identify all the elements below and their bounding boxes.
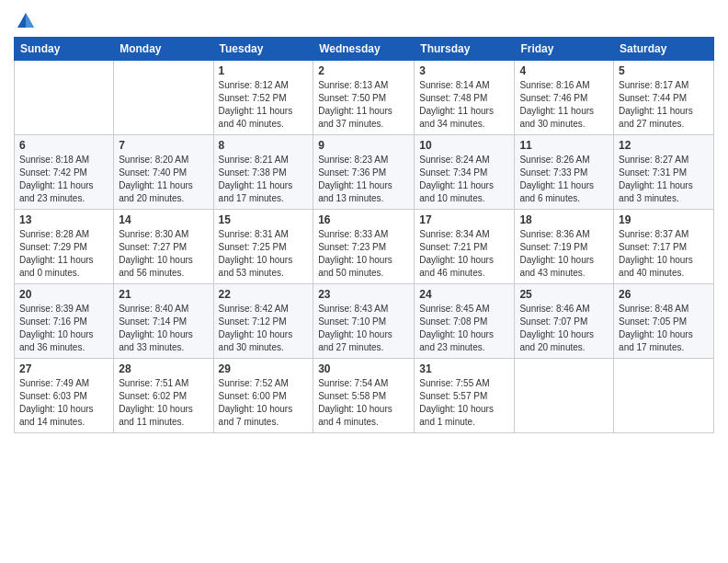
week-row-4: 20Sunrise: 8:39 AM Sunset: 7:16 PM Dayli… (15, 284, 714, 359)
week-row-5: 27Sunrise: 7:49 AM Sunset: 6:03 PM Dayli… (15, 359, 714, 433)
day-info: Sunrise: 7:52 AM Sunset: 6:00 PM Dayligh… (219, 377, 309, 429)
day-cell: 9Sunrise: 8:23 AM Sunset: 7:36 PM Daylig… (313, 135, 415, 210)
day-cell: 15Sunrise: 8:31 AM Sunset: 7:25 PM Dayli… (213, 210, 313, 284)
day-number: 1 (219, 64, 309, 77)
day-number: 6 (19, 139, 108, 152)
day-info: Sunrise: 8:46 AM Sunset: 7:07 PM Dayligh… (519, 303, 609, 354)
day-number: 19 (619, 213, 709, 226)
day-info: Sunrise: 8:21 AM Sunset: 7:38 PM Dayligh… (219, 154, 309, 205)
week-row-3: 13Sunrise: 8:28 AM Sunset: 7:29 PM Dayli… (15, 210, 714, 284)
day-number: 17 (419, 213, 509, 226)
day-info: Sunrise: 8:39 AM Sunset: 7:16 PM Dayligh… (19, 303, 108, 354)
day-cell: 14Sunrise: 8:30 AM Sunset: 7:27 PM Dayli… (114, 210, 213, 284)
day-number: 28 (119, 362, 208, 375)
day-number: 14 (119, 213, 208, 226)
day-cell: 16Sunrise: 8:33 AM Sunset: 7:23 PM Dayli… (313, 210, 415, 284)
day-cell: 2Sunrise: 8:13 AM Sunset: 7:50 PM Daylig… (313, 61, 415, 135)
day-info: Sunrise: 8:27 AM Sunset: 7:31 PM Dayligh… (619, 154, 709, 205)
weekday-monday: Monday (114, 38, 213, 61)
day-cell: 28Sunrise: 7:51 AM Sunset: 6:02 PM Dayli… (114, 359, 213, 433)
logo (14, 13, 36, 31)
day-cell: 23Sunrise: 8:43 AM Sunset: 7:10 PM Dayli… (313, 284, 415, 359)
day-cell: 4Sunrise: 8:16 AM Sunset: 7:46 PM Daylig… (515, 61, 614, 135)
week-row-2: 6Sunrise: 8:18 AM Sunset: 7:42 PM Daylig… (15, 135, 714, 210)
day-cell: 13Sunrise: 8:28 AM Sunset: 7:29 PM Dayli… (15, 210, 114, 284)
day-number: 31 (419, 362, 509, 375)
day-number: 5 (619, 64, 709, 77)
day-number: 18 (519, 213, 609, 226)
day-info: Sunrise: 8:43 AM Sunset: 7:10 PM Dayligh… (318, 303, 409, 354)
day-cell: 8Sunrise: 8:21 AM Sunset: 7:38 PM Daylig… (213, 135, 313, 210)
day-number: 9 (318, 139, 409, 152)
day-number: 29 (219, 362, 309, 375)
day-info: Sunrise: 8:48 AM Sunset: 7:05 PM Dayligh… (619, 303, 709, 354)
day-info: Sunrise: 8:13 AM Sunset: 7:50 PM Dayligh… (318, 79, 409, 131)
day-info: Sunrise: 8:33 AM Sunset: 7:23 PM Dayligh… (318, 228, 409, 280)
day-number: 16 (318, 213, 409, 226)
day-info: Sunrise: 8:14 AM Sunset: 7:48 PM Dayligh… (419, 79, 509, 131)
day-number: 26 (619, 288, 709, 301)
day-info: Sunrise: 8:30 AM Sunset: 7:27 PM Dayligh… (119, 228, 208, 280)
weekday-wednesday: Wednesday (313, 38, 415, 61)
day-info: Sunrise: 8:18 AM Sunset: 7:42 PM Dayligh… (19, 154, 108, 205)
day-cell: 5Sunrise: 8:17 AM Sunset: 7:44 PM Daylig… (614, 61, 714, 135)
weekday-tuesday: Tuesday (213, 38, 313, 61)
day-cell: 17Sunrise: 8:34 AM Sunset: 7:21 PM Dayli… (415, 210, 515, 284)
logo-icon (16, 11, 36, 31)
day-number: 20 (19, 288, 108, 301)
day-cell: 24Sunrise: 8:45 AM Sunset: 7:08 PM Dayli… (415, 284, 515, 359)
day-cell (515, 359, 614, 433)
day-number: 23 (318, 288, 409, 301)
day-info: Sunrise: 8:31 AM Sunset: 7:25 PM Dayligh… (219, 228, 309, 280)
day-number: 22 (219, 288, 309, 301)
day-cell: 19Sunrise: 8:37 AM Sunset: 7:17 PM Dayli… (614, 210, 714, 284)
weekday-header-row: SundayMondayTuesdayWednesdayThursdayFrid… (15, 38, 714, 61)
day-number: 4 (519, 64, 609, 77)
day-info: Sunrise: 8:36 AM Sunset: 7:19 PM Dayligh… (519, 228, 609, 280)
day-cell: 26Sunrise: 8:48 AM Sunset: 7:05 PM Dayli… (614, 284, 714, 359)
day-info: Sunrise: 8:37 AM Sunset: 7:17 PM Dayligh… (619, 228, 709, 280)
day-cell: 7Sunrise: 8:20 AM Sunset: 7:40 PM Daylig… (114, 135, 213, 210)
day-info: Sunrise: 8:12 AM Sunset: 7:52 PM Dayligh… (219, 79, 309, 131)
day-cell: 21Sunrise: 8:40 AM Sunset: 7:14 PM Dayli… (114, 284, 213, 359)
day-info: Sunrise: 8:45 AM Sunset: 7:08 PM Dayligh… (419, 303, 509, 354)
day-number: 7 (119, 139, 208, 152)
day-info: Sunrise: 8:20 AM Sunset: 7:40 PM Dayligh… (119, 154, 208, 205)
day-number: 30 (318, 362, 409, 375)
day-cell: 10Sunrise: 8:24 AM Sunset: 7:34 PM Dayli… (415, 135, 515, 210)
day-number: 25 (519, 288, 609, 301)
day-info: Sunrise: 8:42 AM Sunset: 7:12 PM Dayligh… (219, 303, 309, 354)
day-cell: 22Sunrise: 8:42 AM Sunset: 7:12 PM Dayli… (213, 284, 313, 359)
weekday-friday: Friday (515, 38, 614, 61)
day-number: 8 (219, 139, 309, 152)
day-info: Sunrise: 8:28 AM Sunset: 7:29 PM Dayligh… (19, 228, 108, 280)
day-info: Sunrise: 8:34 AM Sunset: 7:21 PM Dayligh… (419, 228, 509, 280)
day-cell: 1Sunrise: 8:12 AM Sunset: 7:52 PM Daylig… (213, 61, 313, 135)
day-number: 2 (318, 64, 409, 77)
day-cell: 30Sunrise: 7:54 AM Sunset: 5:58 PM Dayli… (313, 359, 415, 433)
day-number: 15 (219, 213, 309, 226)
day-number: 27 (19, 362, 108, 375)
day-number: 24 (419, 288, 509, 301)
day-number: 3 (419, 64, 509, 77)
day-cell: 20Sunrise: 8:39 AM Sunset: 7:16 PM Dayli… (15, 284, 114, 359)
day-info: Sunrise: 8:40 AM Sunset: 7:14 PM Dayligh… (119, 303, 208, 354)
day-cell: 18Sunrise: 8:36 AM Sunset: 7:19 PM Dayli… (515, 210, 614, 284)
page-header (14, 9, 714, 31)
day-info: Sunrise: 8:26 AM Sunset: 7:33 PM Dayligh… (519, 154, 609, 205)
day-cell: 27Sunrise: 7:49 AM Sunset: 6:03 PM Dayli… (15, 359, 114, 433)
day-cell: 31Sunrise: 7:55 AM Sunset: 5:57 PM Dayli… (415, 359, 515, 433)
day-info: Sunrise: 8:24 AM Sunset: 7:34 PM Dayligh… (419, 154, 509, 205)
day-number: 13 (19, 213, 108, 226)
day-number: 12 (619, 139, 709, 152)
day-cell: 6Sunrise: 8:18 AM Sunset: 7:42 PM Daylig… (15, 135, 114, 210)
day-cell (614, 359, 714, 433)
day-info: Sunrise: 7:51 AM Sunset: 6:02 PM Dayligh… (119, 377, 208, 429)
day-info: Sunrise: 8:23 AM Sunset: 7:36 PM Dayligh… (318, 154, 409, 205)
day-cell: 3Sunrise: 8:14 AM Sunset: 7:48 PM Daylig… (415, 61, 515, 135)
calendar-table: SundayMondayTuesdayWednesdayThursdayFrid… (14, 37, 714, 433)
day-info: Sunrise: 7:49 AM Sunset: 6:03 PM Dayligh… (19, 377, 108, 429)
day-number: 21 (119, 288, 208, 301)
day-info: Sunrise: 7:55 AM Sunset: 5:57 PM Dayligh… (419, 377, 509, 429)
day-cell: 11Sunrise: 8:26 AM Sunset: 7:33 PM Dayli… (515, 135, 614, 210)
